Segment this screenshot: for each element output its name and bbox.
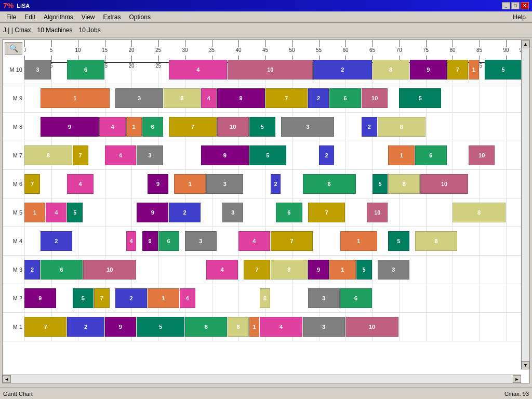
job-block-m4-j2[interactable]: 2 (271, 174, 281, 194)
job-block-m5-j2[interactable]: 2 (169, 203, 201, 222)
job-block-m0-j2[interactable]: 2 (313, 60, 371, 79)
job-block-m7-j9[interactable]: 9 (308, 260, 329, 280)
menu-algorithms[interactable]: Algorithms (39, 12, 77, 22)
job-block-m8-j4[interactable]: 4 (180, 288, 195, 308)
job-block-m9-j4[interactable]: 4 (260, 317, 302, 337)
job-block-m4-j4[interactable]: 4 (67, 174, 94, 194)
job-block-m6-j5[interactable]: 5 (388, 231, 409, 251)
job-block-m7-j2[interactable]: 2 (24, 260, 40, 280)
job-block-m2-j1[interactable]: 1 (126, 117, 142, 137)
job-block-m3-j5[interactable]: 5 (249, 145, 286, 165)
job-block-m1-j5[interactable]: 5 (399, 88, 441, 108)
scroll-down-button[interactable]: ▼ (522, 361, 529, 369)
job-block-m6-j2[interactable]: 2 (41, 231, 72, 251)
job-block-m6-j7[interactable]: 7 (271, 231, 313, 251)
job-block-m8-j2[interactable]: 2 (115, 288, 147, 308)
job-block-m6-j4[interactable]: 4 (238, 231, 270, 251)
job-block-m7-j1[interactable]: 1 (329, 260, 356, 280)
job-block-m7-j8[interactable]: 8 (271, 260, 308, 280)
job-block-m4-j1[interactable]: 1 (174, 174, 206, 194)
scroll-right[interactable]: ▲ ▼ (521, 40, 529, 369)
job-block-m7-j6[interactable]: 6 (41, 260, 83, 280)
job-block-m7-j10[interactable]: 10 (83, 260, 136, 280)
job-block-m9-j5[interactable]: 5 (137, 317, 184, 337)
job-block-m0-j5[interactable]: 5 (485, 60, 521, 79)
job-block-m3-j7[interactable]: 7 (73, 145, 88, 165)
job-block-m2-j8[interactable]: 8 (378, 117, 425, 137)
close-button[interactable]: ✕ (521, 2, 529, 9)
job-block-m3-j4[interactable]: 4 (105, 145, 137, 165)
job-block-m0-j9[interactable]: 9 (410, 60, 447, 79)
menu-file[interactable]: File (2, 12, 20, 22)
job-block-m8-j7[interactable]: 7 (94, 288, 110, 308)
job-block-m5-j9[interactable]: 9 (137, 203, 168, 222)
job-block-m1-j9[interactable]: 9 (217, 88, 265, 108)
job-block-m0-j10[interactable]: 10 (228, 60, 313, 79)
job-block-m3-j2[interactable]: 2 (319, 145, 335, 165)
job-block-m3-j10[interactable]: 10 (469, 145, 495, 165)
job-block-m6-j8[interactable]: 8 (415, 231, 457, 251)
job-block-m3-j3[interactable]: 3 (137, 145, 163, 165)
job-block-m1-j10[interactable]: 10 (362, 88, 388, 108)
menu-extras[interactable]: Extras (99, 12, 125, 22)
job-block-m1-j6[interactable]: 6 (329, 88, 361, 108)
job-block-m2-j3[interactable]: 3 (281, 117, 334, 137)
job-block-m8-j8[interactable]: 8 (260, 288, 270, 308)
job-block-m5-j4[interactable]: 4 (46, 203, 66, 222)
job-block-m4-j6[interactable]: 6 (303, 174, 356, 194)
job-block-m1-j1[interactable]: 1 (41, 88, 110, 108)
menu-help[interactable]: Help (509, 12, 530, 22)
scroll-track-bottom[interactable] (11, 375, 513, 383)
job-block-m1-j4[interactable]: 4 (201, 88, 217, 108)
job-block-m9-j9[interactable]: 9 (105, 317, 137, 337)
scroll-up-button[interactable]: ▲ (522, 40, 529, 48)
scroll-track-right[interactable] (522, 48, 529, 361)
job-block-m6-j1[interactable]: 1 (340, 231, 377, 251)
job-block-m2-j5[interactable]: 5 (249, 117, 276, 137)
job-block-m4-j3[interactable]: 3 (206, 174, 243, 194)
job-block-m5-j6[interactable]: 6 (276, 203, 302, 222)
job-block-m1-j3[interactable]: 3 (115, 88, 163, 108)
job-block-m2-j9[interactable]: 9 (41, 117, 99, 137)
job-block-m8-j6[interactable]: 6 (340, 288, 372, 308)
job-block-m1-j7[interactable]: 7 (265, 88, 308, 108)
maximize-button[interactable]: □ (511, 2, 520, 9)
job-block-m9-j2[interactable]: 2 (67, 317, 104, 337)
job-block-m0-j8[interactable]: 8 (373, 60, 409, 79)
job-block-m7-j7[interactable]: 7 (244, 260, 270, 280)
minimize-button[interactable]: _ (502, 2, 510, 9)
job-block-m8-j3[interactable]: 3 (308, 288, 340, 308)
job-block-m7-j3[interactable]: 3 (378, 260, 409, 280)
job-block-m3-j1[interactable]: 1 (388, 145, 415, 165)
job-block-m0-j3[interactable]: 3 (24, 60, 51, 79)
job-block-m4-j7[interactable]: 7 (24, 174, 40, 194)
job-block-m1-j8[interactable]: 8 (164, 88, 201, 108)
job-block-m5-j3[interactable]: 3 (222, 203, 243, 222)
job-block-m7-j4[interactable]: 4 (206, 260, 238, 280)
job-block-m4-j5[interactable]: 5 (373, 174, 388, 194)
job-block-m7-j5[interactable]: 5 (356, 260, 372, 280)
job-block-m8-j5[interactable]: 5 (73, 288, 94, 308)
job-block-m2-j2[interactable]: 2 (362, 117, 377, 137)
magnifier-button[interactable]: 🔍 (5, 42, 22, 55)
menu-edit[interactable]: Edit (20, 12, 39, 22)
job-block-m9-j7[interactable]: 7 (24, 317, 66, 337)
job-block-m5-j7[interactable]: 7 (308, 203, 345, 222)
job-block-m5-j1[interactable]: 1 (24, 203, 45, 222)
job-block-m5-j8[interactable]: 8 (453, 203, 506, 222)
menu-view[interactable]: View (77, 12, 99, 22)
job-block-m6-j3[interactable]: 3 (185, 231, 217, 251)
job-block-m6-j9[interactable]: 9 (142, 231, 158, 251)
job-block-m3-j9[interactable]: 9 (201, 145, 249, 165)
job-block-m6-j6[interactable]: 6 (158, 231, 179, 251)
job-block-m9-j10[interactable]: 10 (345, 317, 398, 337)
job-block-m0-j7[interactable]: 7 (447, 60, 468, 79)
job-block-m5-j5[interactable]: 5 (67, 203, 83, 222)
job-block-m8-j9[interactable]: 9 (24, 288, 56, 308)
menu-options[interactable]: Options (125, 12, 155, 22)
job-block-m2-j7[interactable]: 7 (169, 117, 217, 137)
job-block-m9-j3[interactable]: 3 (303, 317, 345, 337)
job-block-m9-j1[interactable]: 1 (249, 317, 260, 337)
job-block-m5-j10[interactable]: 10 (367, 203, 388, 222)
job-block-m0-j4[interactable]: 4 (169, 60, 227, 79)
